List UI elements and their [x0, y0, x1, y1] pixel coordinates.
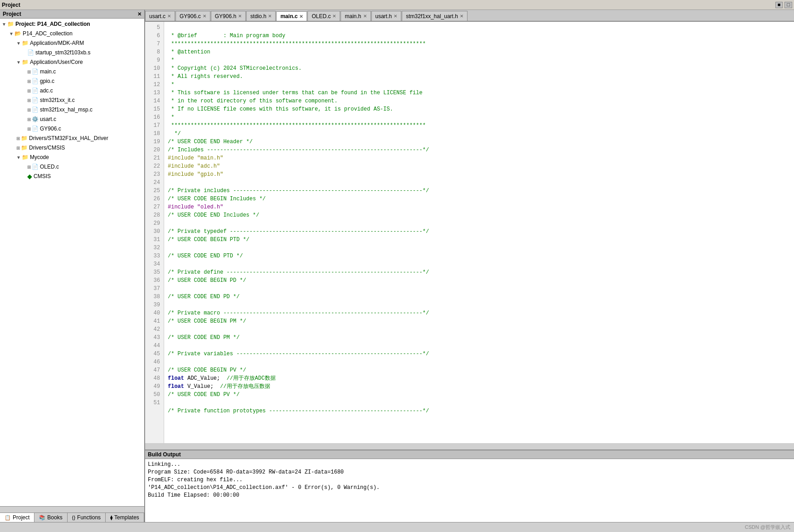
tab-stm32uart[interactable]: stm32f1xx_hal_uart.h ✕: [402, 11, 468, 21]
expand-mdk-icon: ▼: [16, 39, 21, 48]
code-line: /* Private function prototypes ---------…: [168, 408, 429, 414]
code-line: float V_Value; //用于存放电压数据: [168, 383, 270, 390]
tab-gy906c-close[interactable]: ✕: [203, 14, 206, 19]
left-btab-functions[interactable]: {} Functions: [68, 513, 106, 522]
expand-gy906c-icon: ⊞: [27, 125, 31, 133]
tree-item-mainc[interactable]: ⊞ 📄 main.c: [0, 67, 144, 77]
tab-mainc[interactable]: main.c ✕: [276, 11, 307, 22]
tree-item-startup[interactable]: 📄 startup_stm32f103xb.s: [0, 48, 144, 58]
tab-stdioh[interactable]: stdio.h ✕: [246, 11, 276, 21]
mainc-label: main.c: [40, 68, 56, 76]
mdk-folder-icon: 📁: [22, 39, 29, 48]
tree-item-stm32it[interactable]: ⊞ 📄 stm32f1xx_it.c: [0, 96, 144, 105]
tree-item-user-core[interactable]: ▼ 📁 Application/User/Core: [0, 58, 144, 67]
dcmsis-label: Drivers/CMSIS: [29, 144, 65, 152]
expand-p14-icon: ▼: [9, 29, 14, 38]
tab-usarth-close[interactable]: ✕: [394, 14, 397, 19]
startup-file-icon: 📄: [27, 48, 34, 57]
code-line: *: [168, 57, 174, 63]
maximize-btn[interactable]: □: [784, 2, 792, 8]
code-line: [168, 220, 171, 227]
left-scroll-area[interactable]: [0, 506, 144, 513]
code-line: * @attention: [168, 49, 210, 55]
tree-item-p14[interactable]: ▼ 📂 P14_ADC_collection: [0, 29, 144, 39]
tab-oledc[interactable]: OLED.c ✕: [307, 11, 340, 21]
minimize-btn[interactable]: ■: [775, 2, 783, 8]
tree-item-cmsis[interactable]: ◆ CMSIS: [0, 172, 144, 181]
folder-icon: 📁: [7, 20, 14, 29]
tree-item-oledc[interactable]: ⊞ 📄 OLED.c: [0, 162, 144, 172]
p14-label: P14_ADC_collection: [23, 29, 73, 38]
expand-usartc-icon: ⊞: [27, 115, 31, 124]
expand-oledc-icon: ⊞: [27, 163, 31, 171]
startup-label: startup_stm32f103xb.s: [35, 48, 90, 57]
mycode-label: Mycode: [30, 153, 49, 162]
tab-mainc-close[interactable]: ✕: [299, 14, 303, 19]
tree-item-adcc[interactable]: ⊞ 📄 adc.c: [0, 86, 144, 96]
left-btab-project[interactable]: 📋 Project: [0, 513, 34, 522]
tab-usart[interactable]: usart.c ✕: [145, 11, 175, 21]
tree-item-mdk[interactable]: ▼ 📁 Application/MDK-ARM: [0, 39, 144, 48]
left-panel-close-icon[interactable]: ✕: [137, 11, 141, 17]
code-line: /* USER CODE END PV */: [168, 392, 239, 398]
books-tab-icon: 📚: [39, 515, 45, 521]
tab-gy906h-label: GY906.h: [215, 13, 236, 19]
tab-mainh[interactable]: main.h ✕: [341, 11, 370, 21]
books-tab-label: Books: [47, 514, 62, 521]
mycode-folder-icon: 📁: [22, 153, 29, 162]
code-line: [168, 400, 171, 406]
tab-oledc-label: OLED.c: [312, 13, 331, 19]
tree-item-mycode[interactable]: ▼ 📁 Mycode: [0, 153, 144, 162]
tree-item-drivers-stm32[interactable]: ⊞ 📁 Drivers/STM32F1xx_HAL_Driver: [0, 134, 144, 143]
code-line: #include "oled.h": [168, 204, 223, 210]
code-content[interactable]: * @brief : Main program body ***********…: [164, 22, 794, 443]
tree-item-usartc[interactable]: ⊞ ⚙️ usart.c: [0, 115, 144, 124]
tab-stdioh-label: stdio.h: [250, 13, 266, 19]
tab-gy906h-close[interactable]: ✕: [238, 14, 242, 19]
tab-gy906c-label: GY906.c: [180, 13, 201, 19]
expand-project-icon: ▼: [2, 20, 6, 29]
tree-item-gpioc[interactable]: ⊞ 📄 gpio.c: [0, 77, 144, 86]
tree-item-drivers-cmsis[interactable]: ⊞ 📁 Drivers/CMSIS: [0, 143, 144, 153]
tree-item-stm32msp[interactable]: ⊞ 📄 stm32f1xx_hal_msp.c: [0, 105, 144, 115]
code-line: ****************************************…: [168, 41, 426, 47]
tab-stm32uart-close[interactable]: ✕: [460, 14, 463, 19]
project-tree[interactable]: ▼ 📁 Project: P14_ADC_collection ▼ 📂 P14_…: [0, 19, 144, 506]
code-line: /* USER CODE END PD */: [168, 294, 239, 300]
tree-item-project[interactable]: ▼ 📁 Project: P14_ADC_collection: [0, 19, 144, 29]
code-line: [168, 359, 171, 365]
templates-tab-label: Templates: [114, 514, 139, 521]
adcc-label: adc.c: [40, 87, 53, 95]
tab-mainh-close[interactable]: ✕: [363, 14, 367, 19]
left-btab-templates[interactable]: ⧫ Templates: [106, 513, 144, 522]
left-panel-title: Project ✕: [0, 10, 144, 19]
code-line: float ADC_Value; //用于存放ADC数据: [168, 375, 276, 382]
title-text: Project: [2, 2, 20, 8]
tab-usarth[interactable]: usart.h ✕: [371, 11, 402, 21]
code-line: [168, 302, 171, 308]
tab-gy906c[interactable]: GY906.c ✕: [175, 11, 210, 21]
expand-stm32msp-icon: ⊞: [27, 106, 31, 114]
project-name: Project: P14_ADC_collection: [15, 20, 90, 29]
status-bar: CSDN @哲学嵌入式: [0, 522, 794, 532]
tab-mainh-label: main.h: [345, 13, 361, 19]
tab-gy906h[interactable]: GY906.h ✕: [211, 11, 246, 21]
tree-item-gy906c[interactable]: ⊞ 📄 GY906.c: [0, 124, 144, 134]
horizontal-scrollbar[interactable]: [145, 443, 794, 450]
left-btab-books[interactable]: 📚 Books: [34, 513, 67, 522]
tab-mainc-label: main.c: [280, 13, 297, 19]
tab-stdioh-close[interactable]: ✕: [268, 14, 272, 19]
code-container[interactable]: 5 6 7 8 9 10 11 12 13 14 15 16 17 18 19 …: [145, 22, 794, 443]
build-output-content: Linking... Program Size: Code=6584 RO-da…: [145, 459, 794, 522]
code-line: /* Includes ----------------------------…: [168, 147, 429, 153]
line-numbers: 5 6 7 8 9 10 11 12 13 14 15 16 17 18 19 …: [145, 22, 164, 443]
code-line: /* USER CODE BEGIN PTD */: [168, 237, 249, 243]
usercore-folder-icon: 📁: [22, 58, 29, 67]
bottom-panel: Build Output Linking... Program Size: Co…: [145, 450, 794, 522]
code-line: /* USER CODE BEGIN Includes */: [168, 196, 266, 202]
stm32msp-label: stm32f1xx_hal_msp.c: [40, 106, 93, 114]
tab-oledc-close[interactable]: ✕: [332, 14, 336, 19]
code-line: * Copyright (c) 2024 STMicroelectronics.: [168, 65, 302, 72]
dstm32-folder-icon: 📁: [21, 134, 28, 143]
tab-usart-close[interactable]: ✕: [167, 14, 171, 19]
